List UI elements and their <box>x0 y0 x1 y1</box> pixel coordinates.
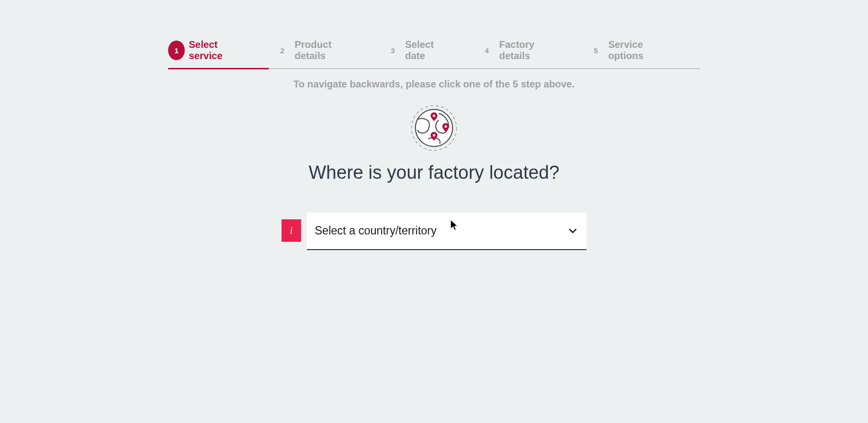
step-3-select-date[interactable]: 3 Select date <box>385 39 464 68</box>
select-placeholder: Select a country/territory <box>315 224 436 237</box>
country-select[interactable]: Select a country/territory <box>307 212 586 250</box>
svg-point-2 <box>433 115 435 117</box>
page-heading: Where is your factory located? <box>168 162 700 183</box>
step-number-badge: 4 <box>478 41 495 60</box>
step-number-badge: 5 <box>587 41 604 60</box>
chevron-down-icon <box>569 226 577 236</box>
step-label: Select service <box>189 39 244 62</box>
svg-point-3 <box>445 126 447 128</box>
info-icon[interactable]: i <box>282 219 301 242</box>
step-number-badge: 3 <box>385 41 401 60</box>
svg-point-4 <box>433 134 435 137</box>
step-label: Product details <box>295 39 355 62</box>
globe-map-icon <box>168 105 700 151</box>
step-label: Factory details <box>499 39 558 62</box>
step-label: Service options <box>608 39 671 62</box>
navigation-hint: To navigate backwards, please click one … <box>168 79 700 90</box>
step-indicator: 1 Select service 2 Product details 3 Sel… <box>168 39 700 69</box>
step-number-badge: 2 <box>274 41 290 60</box>
step-label: Select date <box>405 39 449 62</box>
step-5-service-options[interactable]: 5 Service options <box>587 39 685 68</box>
active-step-underline <box>168 68 269 69</box>
step-1-select-service[interactable]: 1 Select service <box>168 39 259 68</box>
step-number-badge: 1 <box>168 41 185 60</box>
step-2-product-details[interactable]: 2 Product details <box>274 39 369 68</box>
step-4-factory-details[interactable]: 4 Factory details <box>478 39 573 68</box>
